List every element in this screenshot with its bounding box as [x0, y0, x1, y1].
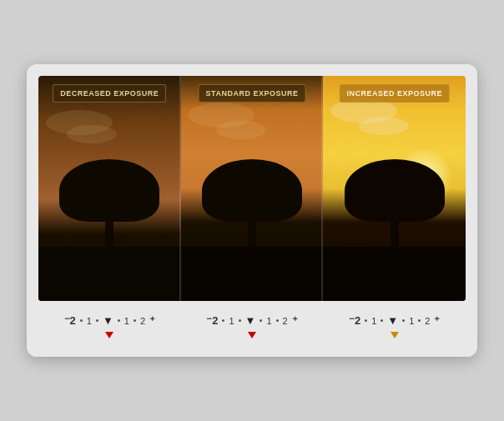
panel-standard: STANDARD EXPOSURE [181, 76, 324, 301]
ev-dot3-increased [402, 319, 405, 322]
ev-control-decreased: ⁻2 1 ▼ 1 2 ⁺ [43, 314, 176, 338]
ev-dot1-standard [222, 319, 224, 322]
ev-plus-standard: ⁺ [292, 314, 298, 327]
ev-pointer-decreased [105, 332, 113, 338]
ev-scale-decreased: ⁻2 1 ▼ 1 2 ⁺ [64, 314, 155, 327]
ev-dot4-increased [418, 319, 421, 322]
label-decreased: DECREASED EXPOSURE [53, 84, 166, 103]
panel-increased: INCREASED EXPOSURE [323, 76, 466, 301]
ev-dot4-decreased [134, 319, 136, 322]
ev-2r-standard: 2 [283, 316, 288, 326]
ev-control-standard: ⁻2 1 ▼ 1 2 ⁺ [185, 314, 319, 338]
ev-2r-increased: 2 [425, 316, 430, 326]
ev-dot2-standard [239, 319, 241, 322]
ev-center-increased: ▼ [387, 314, 398, 327]
ev-dot1-decreased [80, 319, 83, 322]
ev-dot2-increased [381, 319, 383, 322]
controls-row: ⁻2 1 ▼ 1 2 ⁺ ⁻2 1 ▼ [38, 311, 466, 342]
ev-dot4-standard [276, 319, 279, 322]
ev-minus-standard: ⁻2 [206, 314, 218, 327]
ev-dot2-decreased [96, 319, 98, 322]
ev-minus-decreased: ⁻2 [64, 314, 76, 327]
ev-scale-increased: ⁻2 1 ▼ 1 2 ⁺ [349, 314, 440, 327]
ground-standard [181, 247, 324, 301]
label-increased: INCREASED EXPOSURE [339, 84, 450, 103]
ev-1l-decreased: 1 [87, 316, 92, 326]
ev-indicator-decreased [105, 330, 113, 338]
ev-1r-decreased: 1 [124, 316, 129, 326]
ev-indicator-increased [391, 330, 399, 338]
ev-dot3-decreased [118, 319, 120, 322]
ev-dot3-standard [260, 319, 262, 322]
ev-1l-standard: 1 [229, 316, 234, 326]
panel-decreased: DECREASED EXPOSURE [38, 76, 181, 301]
tree-standard [202, 159, 302, 251]
ev-plus-increased: ⁺ [434, 314, 440, 327]
trunk-increased [391, 213, 399, 251]
canopy-standard [202, 159, 302, 222]
ground-increased [323, 247, 466, 301]
label-standard: STANDARD EXPOSURE [199, 84, 306, 103]
trunk-decreased [105, 213, 113, 251]
canopy-decreased [59, 159, 159, 222]
main-card: DECREASED EXPOSURE STANDARD EXPOSURE [27, 64, 477, 357]
ev-pointer-increased [391, 332, 399, 338]
ev-pointer-standard [248, 332, 256, 338]
ev-minus-increased: ⁻2 [349, 314, 360, 327]
ev-indicator-standard [248, 330, 256, 338]
ground-decreased [38, 247, 181, 301]
canopy-increased [345, 159, 445, 222]
ev-2r-decreased: 2 [140, 316, 145, 326]
ev-dot1-increased [365, 319, 367, 322]
ev-1r-standard: 1 [266, 316, 271, 326]
ev-scale-standard: ⁻2 1 ▼ 1 2 ⁺ [206, 314, 297, 327]
ev-plus-decreased: ⁺ [149, 314, 155, 327]
ev-center-decreased: ▼ [103, 314, 113, 327]
ev-control-increased: ⁻2 1 ▼ 1 2 ⁺ [328, 314, 461, 338]
ev-center-standard: ▼ [245, 314, 256, 327]
trunk-standard [248, 213, 256, 251]
ev-1l-increased: 1 [371, 316, 376, 326]
image-comparison-row: DECREASED EXPOSURE STANDARD EXPOSURE [38, 76, 466, 301]
tree-increased [345, 159, 445, 251]
tree-decreased [59, 159, 159, 251]
ev-1r-increased: 1 [409, 316, 414, 326]
